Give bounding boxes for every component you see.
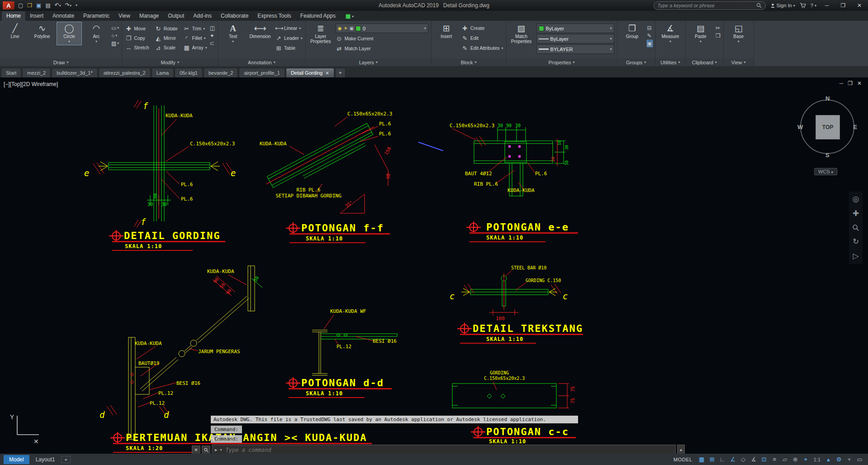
group-button[interactable]: ❐Group — [620, 22, 645, 40]
leader-button[interactable]: ↗Leader▾ — [275, 34, 303, 43]
panel-label-draw[interactable]: Draw▾ — [0, 58, 122, 66]
zoom-icon[interactable] — [852, 224, 859, 231]
redo-icon[interactable]: ↷▾ — [65, 2, 71, 9]
make-current-button[interactable]: ⊙Make Current — [336, 34, 428, 43]
array-button[interactable]: ▦Array▾ — [183, 43, 207, 52]
restore-button[interactable]: ❒ — [837, 2, 849, 9]
layer-freeze-icon[interactable]: ☀ — [343, 26, 347, 31]
ribbon-options[interactable]: ▾ — [346, 14, 354, 21]
trim-button[interactable]: ✂Trim▾ — [183, 24, 207, 33]
ellipse-button[interactable]: ○▾ — [111, 33, 119, 39]
group-edit-button[interactable]: ✎ — [647, 33, 652, 39]
command-recent-icon[interactable]: ▾ — [220, 448, 222, 452]
scale-button[interactable]: ⊿Scale — [155, 43, 178, 52]
file-tab[interactable]: Detail Gording✕ — [286, 68, 334, 77]
annotation-scale-value[interactable]: 1:1 — [811, 455, 823, 464]
arc-button[interactable]: ◠Arc▾ — [84, 22, 109, 45]
linetype-select[interactable]: ByLayer▾ — [536, 34, 614, 43]
isometric-drafting-icon[interactable]: ◇ — [739, 455, 748, 464]
measure-button[interactable]: ∡Measure▾ — [658, 22, 683, 45]
command-input[interactable] — [225, 446, 673, 454]
ribbon-tab-insert[interactable]: Insert — [25, 11, 48, 21]
fillet-button[interactable]: ◜Fillet▾ — [183, 34, 207, 43]
mirror-button[interactable]: ◭Mirror — [155, 34, 178, 43]
viewcube-south[interactable]: S — [825, 152, 830, 158]
file-tab[interactable]: mezzi_2 — [22, 68, 51, 77]
lineweight-icon[interactable]: ≡ — [770, 455, 779, 464]
layer-color-swatch[interactable] — [356, 26, 361, 31]
ribbon-tab-featured-apps[interactable]: Featured Apps — [296, 11, 340, 21]
line-button[interactable]: ╱Line — [3, 22, 27, 40]
layout1-tab[interactable]: Layout1 — [32, 455, 59, 464]
paste-button[interactable]: ▤Paste▾ — [688, 22, 713, 45]
customize-qat-icon[interactable]: ▾ — [76, 2, 77, 9]
signin-button[interactable]: Sign In▾ — [770, 3, 795, 8]
file-tab[interactable]: Lama — [152, 68, 174, 77]
panel-label-view[interactable]: View▾ — [724, 58, 754, 66]
viewport-close-icon[interactable]: ✕ — [857, 80, 862, 86]
ribbon-tab-view[interactable]: View — [114, 11, 135, 21]
ribbon-tab-annotate[interactable]: Annotate — [48, 11, 79, 21]
viewcube[interactable]: N W E S TOP — [796, 95, 859, 158]
command-scroll-up-icon[interactable]: ▲ — [677, 445, 685, 454]
file-tab[interactable]: bevande_2 — [204, 68, 238, 77]
panel-label-clipboard[interactable]: Clipboard▾ — [686, 58, 723, 66]
drawing-canvas[interactable]: [−][Top][2D Wireframe] ─ ❐ ✕ — [0, 77, 868, 454]
panel-label-groups[interactable]: Groups▾ — [617, 58, 655, 66]
search-icon[interactable] — [756, 3, 762, 8]
annotation-visibility-icon[interactable]: ▴ — [824, 455, 833, 464]
panel-label-modify[interactable]: Modify▾ — [122, 58, 218, 66]
annotation-monitor-icon[interactable]: + — [844, 455, 854, 464]
ribbon-tab-home[interactable]: Home — [2, 11, 25, 21]
circle-button[interactable]: ◯Circle▾ — [57, 22, 81, 45]
edit-block-button[interactable]: ✎Edit — [461, 34, 503, 43]
lineweight-select[interactable]: BYLAYER▾ — [536, 44, 614, 54]
explode-button[interactable]: ✦ — [210, 33, 215, 39]
viewcube-north[interactable]: N — [825, 95, 830, 102]
file-tab[interactable]: 05r-klg1 — [175, 68, 203, 77]
panel-label-utilities[interactable]: Utilities▾ — [655, 58, 685, 66]
wcs-menu[interactable]: WCS ▾ — [814, 168, 837, 175]
cut-button[interactable]: ✂ — [716, 25, 721, 31]
ribbon-tab-express-tools[interactable]: Express Tools — [253, 11, 295, 21]
file-tab[interactable]: bulldozer_3d_1* — [52, 68, 98, 77]
layer-on-icon[interactable]: ◉ — [338, 26, 342, 31]
file-tab[interactable]: attrezzi_palestra_2 — [99, 68, 151, 77]
viewcube-east[interactable]: E — [853, 124, 857, 130]
new-drawing-tab-button[interactable]: + — [335, 68, 346, 77]
dimension-button[interactable]: ⟷Dimension — [248, 22, 272, 40]
table-button[interactable]: ⊞Table — [275, 43, 303, 53]
object-snap-tracking-icon[interactable]: ∡ — [749, 455, 759, 464]
command-input-field[interactable]: ▸ ▾ — [212, 445, 676, 454]
create-block-button[interactable]: ✚Create — [461, 24, 503, 33]
file-tab-close-icon[interactable]: ✕ — [325, 71, 329, 76]
new-layout-button[interactable]: + — [61, 456, 70, 463]
plot-icon[interactable]: ▤ — [45, 2, 50, 9]
help-button[interactable]: ?▾ — [811, 3, 816, 8]
navigation-wheel-icon[interactable]: ◎ — [853, 195, 859, 203]
offset-button[interactable]: ⊂ — [210, 40, 215, 47]
workspace-switching-icon[interactable]: ⚙ — [834, 455, 844, 464]
viewcube-top-face[interactable]: TOP — [816, 115, 840, 139]
base-button[interactable]: ◱Base▾ — [726, 22, 751, 45]
erase-button[interactable]: ◫ — [210, 25, 215, 31]
layer-dropdown-icon[interactable]: ▾ — [424, 26, 426, 30]
file-tab[interactable]: airport_profile_1 — [239, 68, 285, 77]
copy-clip-button[interactable]: ❐ — [716, 33, 721, 39]
ungroup-button[interactable]: ⊟ — [647, 25, 652, 31]
new-file-icon[interactable]: ▢ — [18, 2, 23, 9]
model-space-indicator[interactable]: MODEL — [674, 457, 693, 462]
app-store-cart-icon[interactable] — [800, 3, 806, 8]
layer-select[interactable]: ◉ ☀ ▣ 0 ▾ — [336, 24, 428, 33]
commandline-close-icon[interactable]: ✕ — [192, 446, 200, 454]
match-layer-button[interactable]: ⇄Match Layer — [336, 44, 428, 53]
layer-properties-button[interactable]: ≣Layer Properties — [308, 22, 333, 45]
close-button[interactable]: ✕ — [854, 2, 865, 9]
object-snap-icon[interactable]: ⊡ — [759, 455, 769, 464]
insert-button[interactable]: ⊞Insert — [434, 22, 459, 40]
model-tab[interactable]: Model — [4, 455, 29, 464]
rotate-button[interactable]: ↻Rotate — [155, 24, 178, 33]
move-button[interactable]: ✚Move — [125, 24, 149, 33]
match-properties-button[interactable]: ▧Match Properties — [509, 22, 534, 45]
panel-label-block[interactable]: Block▾ — [432, 58, 506, 66]
